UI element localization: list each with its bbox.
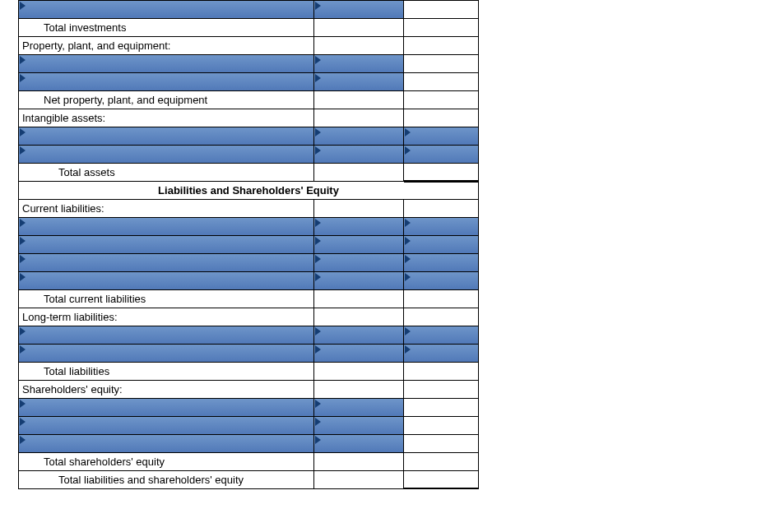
table-row (19, 271, 478, 289)
amount-input[interactable] (314, 435, 405, 452)
amount-cell (314, 290, 405, 308)
amount-cell (404, 290, 478, 308)
total-current-liab-label: Total current liabilities (19, 290, 314, 308)
label-input[interactable] (19, 399, 314, 416)
amount-input[interactable] (314, 146, 405, 163)
amount-input[interactable] (314, 55, 405, 72)
amount-input[interactable] (404, 272, 478, 289)
amount-input[interactable] (314, 399, 405, 416)
table-row (19, 127, 478, 145)
amount-input[interactable] (314, 272, 405, 289)
label-input[interactable] (19, 435, 314, 452)
table-row: Property, plant, and equipment: (19, 36, 478, 54)
net-ppe-label: Net property, plant, and equipment (19, 91, 314, 109)
amount-cell (404, 399, 478, 416)
label-input[interactable] (19, 254, 314, 271)
amount-input[interactable] (404, 254, 478, 271)
label-input[interactable] (19, 73, 314, 90)
label-input[interactable] (19, 218, 314, 235)
amount-cell (314, 109, 405, 127)
amount-input[interactable] (314, 236, 405, 253)
ppe-header-label: Property, plant, and equipment: (19, 37, 314, 54)
amount-input[interactable] (404, 146, 478, 163)
table-row (19, 253, 478, 271)
label-input[interactable] (19, 272, 314, 289)
amount-cell (404, 91, 478, 109)
label-input[interactable] (19, 55, 314, 72)
table-row (19, 217, 478, 235)
amount-cell (404, 109, 478, 127)
se-header-label: Shareholders' equity: (19, 381, 314, 398)
amount-cell (404, 435, 478, 452)
amount-input[interactable] (404, 326, 478, 344)
label-input[interactable] (19, 326, 314, 344)
amount-input[interactable] (404, 236, 478, 253)
amount-input[interactable] (404, 345, 478, 362)
table-row: Shareholders' equity: (19, 380, 478, 398)
amount-cell (314, 19, 405, 36)
amount-cell (404, 200, 478, 217)
table-row (19, 434, 478, 452)
amount-cell (314, 381, 405, 398)
amount-cell (314, 164, 405, 181)
amount-cell (314, 453, 405, 470)
amount-input[interactable] (314, 218, 405, 235)
amount-cell (314, 363, 405, 380)
table-row (19, 54, 478, 72)
table-row: Intangible assets: (19, 109, 478, 127)
table-row (19, 145, 478, 163)
amount-input[interactable] (314, 326, 405, 344)
table-row: Net property, plant, and equipment (19, 90, 478, 109)
total-liabilities-label: Total liabilities (19, 363, 314, 380)
label-input[interactable] (19, 236, 314, 253)
label-input[interactable] (19, 127, 314, 145)
table-row (19, 344, 478, 362)
table-row: Total assets (19, 163, 478, 181)
label-input[interactable] (19, 345, 314, 362)
amount-input[interactable] (314, 127, 405, 145)
table-row (19, 398, 478, 416)
total-assets-label: Total assets (19, 164, 314, 181)
label-input[interactable] (19, 146, 314, 163)
amount-cell (404, 37, 478, 54)
amount-input[interactable] (404, 218, 478, 235)
total-se-label: Total shareholders' equity (19, 453, 314, 470)
table-row (19, 416, 478, 434)
intangible-header-label: Intangible assets: (19, 109, 314, 127)
label-input[interactable] (19, 1, 314, 18)
amount-cell (404, 453, 478, 470)
amount-input[interactable] (314, 345, 405, 362)
total-assets-amount (404, 164, 478, 181)
balance-sheet-table: Total investments Property, plant, and e… (18, 0, 479, 489)
amount-cell (314, 37, 405, 54)
amount-cell (404, 73, 478, 90)
total-liab-se-label: Total liabilities and shareholders' equi… (19, 471, 314, 488)
amount-cell (404, 381, 478, 398)
amount-cell (404, 308, 478, 326)
amount-cell (404, 55, 478, 72)
amount-cell (314, 308, 405, 326)
table-row: Total liabilities and shareholders' equi… (19, 470, 478, 488)
amount-cell (314, 471, 405, 488)
table-row (19, 72, 478, 90)
amount-input[interactable] (314, 254, 405, 271)
liab-equity-header: Liabilities and Shareholders' Equity (19, 182, 478, 199)
amount-cell (404, 417, 478, 434)
amount-cell (404, 363, 478, 380)
total-liab-se-amount (404, 471, 478, 488)
label-input[interactable] (19, 417, 314, 434)
amount-input[interactable] (314, 1, 405, 18)
section-header-row: Liabilities and Shareholders' Equity (19, 181, 478, 199)
amount-cell (314, 91, 405, 109)
amount-input[interactable] (314, 417, 405, 434)
amount-cell (314, 200, 405, 217)
amount-input[interactable] (404, 127, 478, 145)
table-row (19, 326, 478, 344)
amount-cell (404, 1, 478, 18)
table-row: Current liabilities: (19, 199, 478, 217)
total-investments-label: Total investments (19, 19, 314, 36)
table-row: Total current liabilities (19, 289, 478, 308)
longterm-liab-header-label: Long-term liabilities: (19, 308, 314, 326)
table-row: Total liabilities (19, 362, 478, 380)
amount-input[interactable] (314, 73, 405, 90)
